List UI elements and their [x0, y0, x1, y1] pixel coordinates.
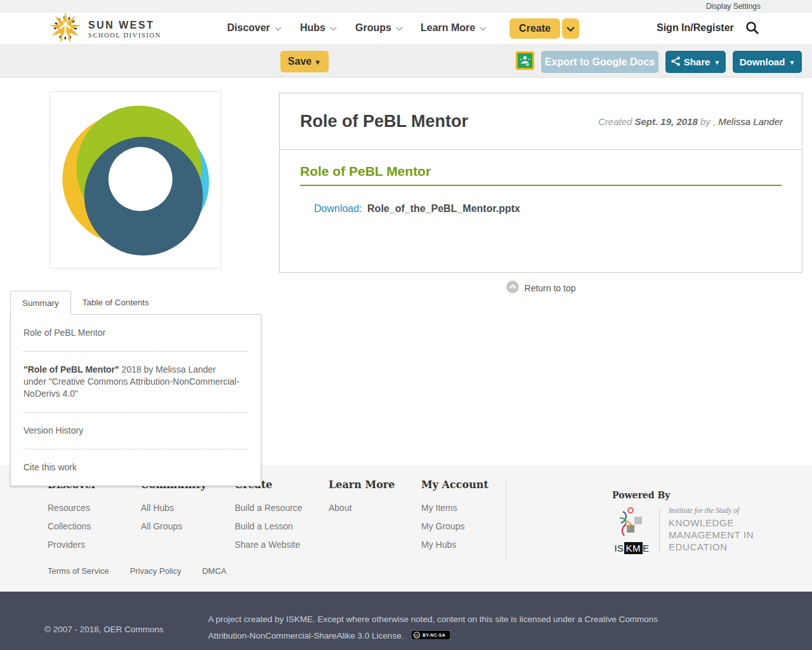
- iskme-tagline: Institute for the Study of: [669, 507, 754, 514]
- chevron-down-icon: [396, 22, 403, 34]
- sign-in-register-link[interactable]: Sign In/Register: [657, 22, 734, 34]
- footer-col-title: My Account: [421, 479, 488, 491]
- chevron-down-icon: [330, 22, 337, 34]
- terms-of-service-link[interactable]: Terms of Service: [48, 566, 109, 576]
- cite-this-work-link[interactable]: Cite this work: [23, 449, 248, 486]
- download-line: Download: Role_of_the_PeBL_Mentor.pptx: [314, 203, 782, 215]
- share-button[interactable]: Share▼: [665, 51, 726, 73]
- site-header: SUN WEST SCHOOL DIVISION Discover Hubs G…: [0, 13, 812, 44]
- chevron-up-circle-icon: [506, 281, 519, 295]
- iskme-e: E: [643, 543, 650, 554]
- google-classroom-button[interactable]: [516, 51, 534, 70]
- tab-summary[interactable]: Summary: [10, 291, 71, 315]
- footer-link-share-website[interactable]: Share a Website: [235, 536, 303, 554]
- save-label: Save: [288, 56, 311, 67]
- nav-learn-more-label: Learn More: [421, 22, 475, 34]
- footer-link-all-hubs[interactable]: All Hubs: [141, 499, 206, 517]
- footer-col-create: Create Build a Resource Build a Lesson S…: [235, 479, 303, 554]
- footer-link-providers[interactable]: Providers: [48, 536, 96, 554]
- share-label: Share: [684, 56, 710, 67]
- search-button[interactable]: [745, 20, 760, 37]
- license-line1: 2018 by Melissa Lander: [119, 364, 216, 375]
- summary-tabs: Summary Table of Contents Role of PeBL M…: [10, 291, 261, 486]
- nav-groups-label: Groups: [355, 22, 391, 34]
- caret-down-icon: ▼: [714, 59, 720, 66]
- download-button[interactable]: Download▼: [733, 51, 802, 73]
- resource-panel: Role of PeBL Mentor Created Sept. 19, 20…: [279, 93, 802, 273]
- return-to-top-link[interactable]: Return to top: [279, 281, 802, 295]
- version-history-link[interactable]: Version History: [23, 413, 248, 449]
- powered-by-label: Powered By: [612, 490, 670, 500]
- create-button[interactable]: Create: [509, 18, 560, 39]
- chevron-down-icon: [566, 24, 575, 34]
- license-attribution: "Role of PeBL Mentor" 2018 by Melissa La…: [23, 352, 248, 413]
- page-title: Role of PeBL Mentor: [300, 112, 468, 131]
- swirl-ring-logo: [58, 100, 214, 261]
- sun-west-logo[interactable]: SUN WEST SCHOOL DIVISION: [48, 10, 161, 48]
- download-link[interactable]: Download:: [314, 203, 362, 214]
- footer-col-community: Community All Hubs All Groups: [141, 479, 206, 536]
- created-label: Created: [598, 116, 632, 127]
- created-meta: Created Sept. 19, 2018 by , Melissa Land…: [598, 116, 783, 127]
- bottom-bar: © 2007 - 2018, OER Commons A project cre…: [0, 592, 812, 650]
- copyright-text: © 2007 - 2018, OER Commons: [44, 625, 164, 634]
- tab-table-of-contents[interactable]: Table of Contents: [71, 291, 160, 314]
- iskme-logo[interactable]: ISKME Institute for the Study of KNOWLED…: [613, 507, 754, 554]
- by-label: by ,: [700, 116, 716, 127]
- nav-discover[interactable]: Discover: [227, 22, 282, 34]
- footer-link-my-groups[interactable]: My Groups: [421, 517, 488, 536]
- footer-link-collections[interactable]: Collections: [48, 517, 96, 536]
- chevron-down-icon: [275, 22, 282, 34]
- privacy-policy-link[interactable]: Privacy Policy: [130, 566, 181, 576]
- footer-col-my-account: My Account My Items My Groups My Hubs: [421, 479, 488, 554]
- iskme-separator: [659, 509, 660, 552]
- license-line2: under "Creative Commons Attribution-NonC…: [23, 376, 239, 399]
- iskme-text-block: Institute for the Study of KNOWLEDGE MAN…: [669, 507, 754, 554]
- create-dropdown-button[interactable]: [562, 18, 579, 39]
- footer-link-about[interactable]: About: [329, 499, 395, 517]
- footer-col-title: Learn More: [329, 479, 395, 491]
- action-toolbar: Save▼ Export to Google Docs Share▼ Downl…: [0, 44, 812, 77]
- caret-down-icon: ▼: [789, 59, 795, 66]
- footer-link-build-lesson[interactable]: Build a Lesson: [235, 517, 303, 536]
- footer-link-my-items[interactable]: My Items: [421, 499, 488, 517]
- chevron-down-icon: [480, 22, 487, 34]
- iskme-figure-icon: ISKME: [613, 507, 650, 554]
- summary-resource-link[interactable]: Role of PeBL Mentor: [23, 315, 248, 352]
- nav-discover-label: Discover: [227, 22, 270, 34]
- iskme-line1: KNOWLEDGE: [669, 517, 754, 529]
- section-heading: Role of PeBL Mentor: [300, 164, 782, 186]
- svg-text:BY-NC-SA: BY-NC-SA: [422, 633, 445, 637]
- iskme-km: KM: [624, 542, 643, 554]
- footer-link-my-hubs[interactable]: My Hubs: [421, 536, 488, 554]
- footer-col-learn-more: Learn More About: [329, 479, 395, 517]
- save-button[interactable]: Save▼: [280, 51, 329, 72]
- resource-panel-body: Role of PeBL Mentor Download: Role_of_th…: [280, 150, 802, 215]
- author-link[interactable]: Melissa Lander: [718, 116, 783, 127]
- site-license-text: A project created by ISKME. Except where…: [208, 611, 669, 646]
- footer-link-resources[interactable]: Resources: [48, 499, 96, 517]
- footer-link-all-groups[interactable]: All Groups: [141, 517, 206, 536]
- svg-text:cc: cc: [415, 633, 419, 637]
- resource-panel-header: Role of PeBL Mentor Created Sept. 19, 20…: [280, 93, 802, 150]
- license-title: "Role of PeBL Mentor": [23, 364, 119, 375]
- iskme-wordmark: ISKME: [613, 543, 650, 554]
- tab-row: Summary Table of Contents: [10, 291, 261, 314]
- dmca-link[interactable]: DMCA: [202, 566, 226, 576]
- footer-col-discover: Discover Resources Collections Providers: [48, 479, 96, 554]
- nav-learn-more[interactable]: Learn More: [421, 22, 487, 34]
- created-date: Sept. 19, 2018: [635, 116, 698, 127]
- nav-groups[interactable]: Groups: [355, 22, 403, 34]
- legal-links: Terms of Service Privacy Policy DMCA: [48, 566, 226, 576]
- display-settings-link[interactable]: Display Settings: [706, 2, 761, 11]
- cc-by-nc-sa-badge[interactable]: cc BY-NC-SA: [411, 629, 450, 646]
- main-content: Role of PeBL Mentor Created Sept. 19, 20…: [0, 77, 812, 465]
- footer-divider: [506, 480, 506, 560]
- logo-line2: SCHOOL DIVISION: [88, 32, 161, 39]
- sun-west-logo-text: SUN WEST SCHOOL DIVISION: [88, 20, 161, 39]
- nav-hubs[interactable]: Hubs: [300, 22, 337, 34]
- google-classroom-icon: [518, 54, 532, 68]
- export-to-google-docs-button[interactable]: Export to Google Docs: [541, 51, 658, 73]
- search-icon: [745, 28, 760, 37]
- footer-link-build-resource[interactable]: Build a Resource: [235, 499, 303, 517]
